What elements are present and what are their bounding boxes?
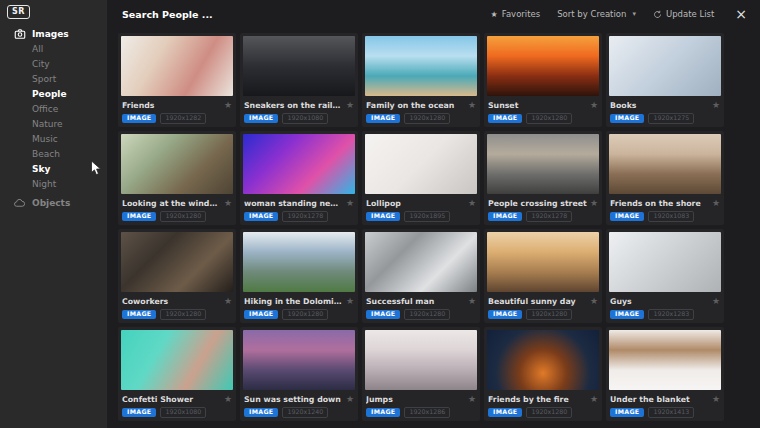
image-thumbnail[interactable] xyxy=(365,134,477,194)
favorite-star-icon[interactable]: ★ xyxy=(590,198,598,208)
sidebar-item-all[interactable]: All xyxy=(0,41,107,56)
sidebar-item-night[interactable]: Night xyxy=(0,176,107,191)
image-card[interactable]: Books ★ IMAGE 1920x1275 xyxy=(606,33,724,127)
card-title: Sneakers on the railroad xyxy=(244,101,343,110)
favorite-star-icon[interactable]: ★ xyxy=(346,394,354,404)
sidebar-item-office[interactable]: Office xyxy=(0,101,107,116)
image-card[interactable]: Under the blanket ★ IMAGE 1920x1413 xyxy=(606,327,724,421)
sidebar-item-label: Sport xyxy=(32,74,56,84)
card-title: Coworkers xyxy=(122,297,221,306)
image-card[interactable]: Guys ★ IMAGE 1920x1283 xyxy=(606,229,724,323)
sidebar-item-nature[interactable]: Nature xyxy=(0,116,107,131)
dimensions-badge: 1920x1080 xyxy=(160,407,206,417)
image-thumbnail[interactable] xyxy=(121,330,233,390)
favorite-star-icon[interactable]: ★ xyxy=(346,296,354,306)
image-card[interactable]: Family on the ocean ★ IMAGE 1920x1280 xyxy=(362,33,480,127)
favorite-star-icon[interactable]: ★ xyxy=(468,296,476,306)
image-card[interactable]: Hiking in the Dolomites ★ IMAGE 1920x128… xyxy=(240,229,358,323)
favorite-star-icon[interactable]: ★ xyxy=(590,394,598,404)
favorite-star-icon[interactable]: ★ xyxy=(468,198,476,208)
image-card[interactable]: People crossing street ★ IMAGE 1920x1278 xyxy=(484,131,602,225)
image-thumbnail[interactable] xyxy=(487,134,599,194)
sidebar-item-music[interactable]: Music xyxy=(0,131,107,146)
image-thumbnail[interactable] xyxy=(365,36,477,96)
image-thumbnail[interactable] xyxy=(609,134,721,194)
image-thumbnail[interactable] xyxy=(609,330,721,390)
type-badge: IMAGE xyxy=(488,212,522,221)
card-title: Friends on the shore xyxy=(610,199,709,208)
image-card[interactable]: Sunset ★ IMAGE 1920x1280 xyxy=(484,33,602,127)
favorite-star-icon[interactable]: ★ xyxy=(224,100,232,110)
image-thumbnail[interactable] xyxy=(365,330,477,390)
image-thumbnail[interactable] xyxy=(243,330,355,390)
sidebar-section-images[interactable]: Images xyxy=(0,26,107,41)
sidebar-item-sky[interactable]: Sky xyxy=(0,161,107,176)
dimensions-badge: 1920x1280 xyxy=(160,211,206,221)
image-thumbnail[interactable] xyxy=(121,36,233,96)
image-card[interactable]: Coworkers ★ IMAGE 1920x1280 xyxy=(118,229,236,323)
image-thumbnail[interactable] xyxy=(243,232,355,292)
dimensions-badge: 1920x1282 xyxy=(160,113,206,123)
image-thumbnail[interactable] xyxy=(487,36,599,96)
image-card[interactable]: Successful man ★ IMAGE 1920x1280 xyxy=(362,229,480,323)
image-thumbnail[interactable] xyxy=(121,232,233,292)
image-card[interactable]: Jumps ★ IMAGE 1920x1286 xyxy=(362,327,480,421)
image-card[interactable]: Sun was setting down ★ IMAGE 1920x1240 xyxy=(240,327,358,421)
star-icon: ★ xyxy=(491,10,498,19)
type-badge: IMAGE xyxy=(610,114,644,123)
image-card[interactable]: Sneakers on the railroad ★ IMAGE 1920x10… xyxy=(240,33,358,127)
update-list-button[interactable]: Update List xyxy=(653,9,714,19)
favorite-star-icon[interactable]: ★ xyxy=(224,394,232,404)
refresh-icon xyxy=(653,10,662,19)
search-input[interactable] xyxy=(122,9,491,20)
update-list-label: Update List xyxy=(666,9,714,19)
favorite-star-icon[interactable]: ★ xyxy=(346,198,354,208)
image-card[interactable]: Friends by the fire ★ IMAGE 1920x1280 xyxy=(484,327,602,421)
sidebar-item-sport[interactable]: Sport xyxy=(0,71,107,86)
image-thumbnail[interactable] xyxy=(487,232,599,292)
sidebar-item-city[interactable]: City xyxy=(0,56,107,71)
sidebar-item-label: People xyxy=(32,89,67,99)
card-title: Jumps xyxy=(366,395,465,404)
card-title: Sunset xyxy=(488,101,587,110)
image-card[interactable]: Friends on the shore ★ IMAGE 1920x1083 xyxy=(606,131,724,225)
image-thumbnail[interactable] xyxy=(365,232,477,292)
cloud-icon xyxy=(13,196,26,209)
favorite-star-icon[interactable]: ★ xyxy=(590,296,598,306)
favorite-star-icon[interactable]: ★ xyxy=(712,100,720,110)
image-card[interactable]: Looking at the window ★ IMAGE 1920x1280 xyxy=(118,131,236,225)
close-icon[interactable]: × xyxy=(735,7,747,21)
favorite-star-icon[interactable]: ★ xyxy=(224,296,232,306)
favorite-star-icon[interactable]: ★ xyxy=(712,198,720,208)
dimensions-badge: 1920x1083 xyxy=(648,211,694,221)
image-card[interactable]: Friends ★ IMAGE 1920x1282 xyxy=(118,33,236,127)
dimensions-badge: 1920x1283 xyxy=(648,309,694,319)
image-thumbnail[interactable] xyxy=(121,134,233,194)
sidebar-item-beach[interactable]: Beach xyxy=(0,146,107,161)
image-thumbnail[interactable] xyxy=(609,232,721,292)
sidebar-section-objects[interactable]: Objects xyxy=(0,195,107,210)
favorite-star-icon[interactable]: ★ xyxy=(346,100,354,110)
image-thumbnail[interactable] xyxy=(243,36,355,96)
card-title: Guys xyxy=(610,297,709,306)
favorite-star-icon[interactable]: ★ xyxy=(468,394,476,404)
sort-dropdown[interactable]: Sort by Creation ▾ xyxy=(557,9,636,19)
favorite-star-icon[interactable]: ★ xyxy=(712,394,720,404)
image-thumbnail[interactable] xyxy=(243,134,355,194)
type-badge: IMAGE xyxy=(244,114,278,123)
image-card[interactable]: woman standing near buildings ★ IMAGE 19… xyxy=(240,131,358,225)
favorite-star-icon[interactable]: ★ xyxy=(712,296,720,306)
favorite-star-icon[interactable]: ★ xyxy=(590,100,598,110)
image-card[interactable]: Beautiful sunny day ★ IMAGE 1920x1280 xyxy=(484,229,602,323)
image-thumbnail[interactable] xyxy=(609,36,721,96)
sidebar-item-label: All xyxy=(32,44,43,54)
main-panel: ★ Favorites Sort by Creation ▾ Update Li… xyxy=(107,0,760,428)
sidebar-item-people[interactable]: People xyxy=(0,86,107,101)
image-card[interactable]: Confetti Shower ★ IMAGE 1920x1080 xyxy=(118,327,236,421)
favorite-star-icon[interactable]: ★ xyxy=(468,100,476,110)
favorite-star-icon[interactable]: ★ xyxy=(224,198,232,208)
card-title: Confetti Shower xyxy=(122,395,221,404)
favorites-button[interactable]: ★ Favorites xyxy=(491,9,541,19)
image-thumbnail[interactable] xyxy=(487,330,599,390)
image-card[interactable]: Lollipop ★ IMAGE 1920x1895 xyxy=(362,131,480,225)
